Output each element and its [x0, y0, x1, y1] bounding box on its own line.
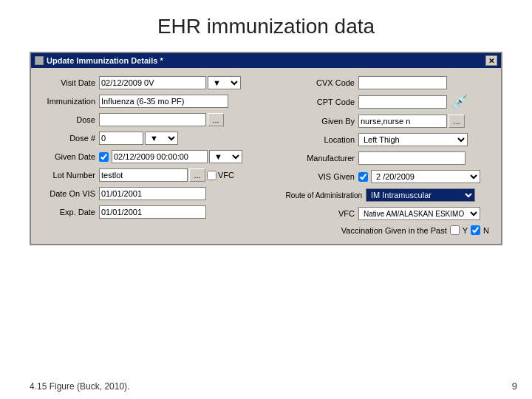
location-row: Location Left Thigh [270, 132, 492, 147]
dose-number-label: Dose # [40, 134, 99, 143]
n-label: N [483, 226, 489, 235]
cpt-code-label: CPT Code [270, 98, 358, 106]
visit-date-label: Visit Date [40, 78, 99, 87]
date-on-vis-label: Date On VIS [40, 189, 99, 198]
form-left-col: Visit Date ▼ Immunization Dose [40, 75, 262, 221]
lot-number-input[interactable] [99, 168, 188, 182]
exp-date-input[interactable] [99, 205, 206, 219]
dialog-titlebar: Update Immunization Details * ✕ [31, 53, 501, 68]
date-on-vis-input[interactable] [99, 187, 206, 200]
given-by-input[interactable] [358, 115, 447, 128]
form-right-col: CVX Code CPT Code 💉 Given By [270, 75, 492, 221]
vfc-checkbox[interactable] [207, 171, 216, 180]
given-date-row: Given Date ▼ [40, 149, 262, 164]
given-by-row: Given By ... [270, 114, 492, 129]
dose-row: Dose ... [40, 112, 262, 127]
page-number: 9 [512, 381, 517, 392]
visit-date-row: Visit Date ▼ [40, 75, 262, 90]
vaccination-past-label: Vaccination Given in the Past [341, 226, 447, 235]
manufacturer-input[interactable] [358, 151, 466, 165]
vaccination-past-y-checkbox[interactable] [450, 225, 460, 235]
vis-given-select[interactable]: 2 /20/2009 [371, 170, 480, 183]
given-date-select[interactable]: ▼ [209, 150, 242, 163]
visit-date-input[interactable] [99, 76, 206, 89]
exp-date-row: Exp. Date [40, 205, 262, 219]
exp-date-label: Exp. Date [40, 208, 99, 216]
lot-number-row: Lot Number ... VFC [40, 168, 262, 183]
footer-text: 4.15 Figure (Buck, 2010). [30, 381, 129, 392]
manufacturer-row: Manufacturer [270, 151, 492, 166]
route-row: Route of Administration IM Intramuscular [270, 188, 492, 202]
dose-number-select[interactable]: ▼ [145, 132, 178, 145]
route-select[interactable]: IM Intramuscular [366, 188, 475, 202]
immunization-row: Immunization [40, 94, 262, 109]
dose-input[interactable] [99, 113, 206, 126]
route-label: Route of Administration [270, 191, 366, 200]
given-by-ellipsis-button[interactable]: ... [449, 115, 465, 128]
vis-given-group: 2 /20/2009 [358, 170, 480, 183]
dialog-body: Visit Date ▼ Immunization Dose [31, 68, 501, 244]
y-label: Y [463, 226, 468, 235]
given-date-input[interactable] [112, 150, 208, 163]
given-date-group: ▼ [99, 150, 242, 163]
vfc-label: VFC [218, 171, 234, 180]
cpt-code-row: CPT Code 💉 [270, 94, 492, 110]
given-date-checkbox[interactable] [99, 152, 109, 162]
vfc-checkbox-label: VFC [207, 171, 234, 180]
dialog-titlebar-left: Update Immunization Details * [35, 56, 163, 65]
given-by-label: Given By [270, 117, 358, 126]
dose-number-input[interactable] [99, 132, 143, 145]
lot-number-group: ... VFC [99, 168, 234, 182]
cpt-code-group: 💉 [358, 94, 468, 110]
vfc-row-label: VFC [270, 209, 358, 218]
needle-icon: 💉 [451, 94, 468, 110]
page-title: EHR immunization data [0, 0, 532, 52]
dialog-title: Update Immunization Details * [47, 56, 163, 65]
dose-number-group: ▼ [99, 132, 178, 145]
visit-date-field-group: ▼ [99, 76, 241, 89]
dose-ellipsis-button[interactable]: ... [208, 113, 224, 126]
vaccination-past-row: Vaccination Given in the Past Y N [341, 225, 489, 235]
cvx-code-label: CVX Code [270, 78, 358, 87]
dose-field-group: ... [99, 113, 224, 126]
form-grid: Visit Date ▼ Immunization Dose [40, 75, 492, 221]
visit-date-select[interactable]: ▼ [208, 76, 241, 89]
location-select[interactable]: Left Thigh [358, 133, 468, 146]
cvx-code-input[interactable] [358, 76, 447, 89]
vis-given-checkbox[interactable] [358, 172, 368, 182]
dialog-wrapper: Update Immunization Details * ✕ Visit Da… [0, 52, 532, 245]
vaccination-past-n-checkbox[interactable] [471, 225, 480, 235]
dose-label: Dose [40, 115, 99, 124]
immunization-input[interactable] [99, 95, 228, 108]
lot-number-ellipsis-button[interactable]: ... [189, 168, 205, 182]
dose-number-row: Dose # ▼ [40, 131, 262, 146]
vfc-select[interactable]: Native AM/ALASKAN ESKIMO [358, 207, 480, 220]
cvx-code-row: CVX Code [270, 75, 492, 90]
immunization-label: Immunization [40, 97, 99, 106]
date-on-vis-row: Date On VIS [40, 186, 262, 201]
update-immunization-dialog: Update Immunization Details * ✕ Visit Da… [30, 52, 502, 245]
vis-given-label: VIS Given [270, 172, 358, 181]
bottom-row: Vaccination Given in the Past Y N [40, 225, 492, 235]
manufacturer-label: Manufacturer [270, 154, 358, 163]
location-label: Location [270, 135, 358, 144]
dialog-close-button[interactable]: ✕ [485, 55, 497, 66]
given-by-group: ... [358, 115, 465, 128]
lot-number-label: Lot Number [40, 171, 99, 180]
cpt-code-input[interactable] [358, 95, 447, 109]
vis-given-row: VIS Given 2 /20/2009 [270, 169, 492, 184]
vfc-row: VFC Native AM/ALASKAN ESKIMO [270, 206, 492, 221]
given-date-label: Given Date [40, 152, 99, 161]
dialog-icon [35, 56, 44, 65]
